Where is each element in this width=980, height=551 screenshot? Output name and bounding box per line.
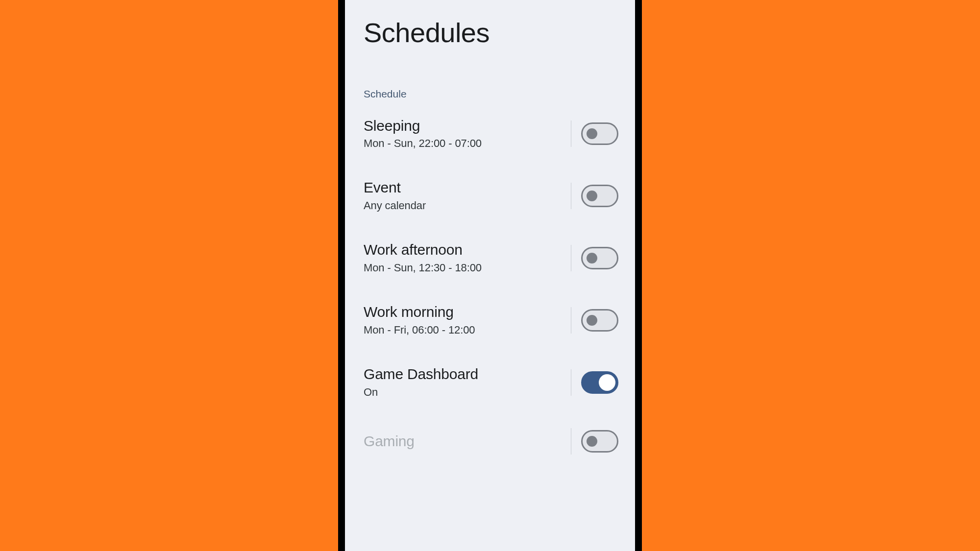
page-title: Schedules <box>345 0 635 53</box>
toggle-thumb <box>587 315 597 326</box>
schedule-row-work-afternoon[interactable]: Work afternoon Mon - Sun, 12:30 - 18:00 <box>364 227 618 289</box>
schedule-subtitle: Mon - Sun, 22:00 - 07:00 <box>364 137 564 150</box>
divider <box>571 428 572 455</box>
schedule-title: Event <box>364 179 564 196</box>
schedule-text: Work morning Mon - Fri, 06:00 - 12:00 <box>364 304 564 336</box>
toggle-thumb <box>599 374 615 391</box>
schedule-text: Work afternoon Mon - Sun, 12:30 - 18:00 <box>364 241 564 274</box>
schedule-row-game-dashboard[interactable]: Game Dashboard On <box>364 351 618 413</box>
section-label: Schedule <box>345 53 635 103</box>
schedule-subtitle: Any calendar <box>364 199 564 212</box>
schedule-row-sleeping[interactable]: Sleeping Mon - Sun, 22:00 - 07:00 <box>364 103 618 165</box>
toggle-thumb <box>587 253 597 264</box>
schedule-text: Sleeping Mon - Sun, 22:00 - 07:00 <box>364 118 564 150</box>
schedule-subtitle: Mon - Fri, 06:00 - 12:00 <box>364 324 564 336</box>
toggle-work-morning[interactable] <box>581 309 618 332</box>
divider <box>571 183 572 209</box>
divider <box>571 369 572 396</box>
schedule-title: Game Dashboard <box>364 366 564 383</box>
schedule-text: Event Any calendar <box>364 179 564 212</box>
schedule-text: Gaming <box>364 433 564 450</box>
divider <box>571 245 572 271</box>
schedule-row-gaming[interactable]: Gaming <box>364 413 618 469</box>
schedule-list: Sleeping Mon - Sun, 22:00 - 07:00 Event … <box>345 103 635 469</box>
schedule-title: Work afternoon <box>364 241 564 259</box>
toggle-thumb <box>587 128 597 139</box>
schedule-row-event[interactable]: Event Any calendar <box>364 165 618 227</box>
toggle-sleeping[interactable] <box>581 122 618 145</box>
schedule-text: Game Dashboard On <box>364 366 564 399</box>
toggle-event[interactable] <box>581 185 618 207</box>
phone-frame: Schedules Schedule Sleeping Mon - Sun, 2… <box>338 0 642 551</box>
toggle-thumb <box>587 436 597 447</box>
schedule-subtitle: On <box>364 386 564 399</box>
divider <box>571 307 572 334</box>
toggle-game-dashboard[interactable] <box>581 371 618 394</box>
toggle-thumb <box>587 191 597 201</box>
schedule-title: Work morning <box>364 304 564 321</box>
schedule-title: Gaming <box>364 433 564 450</box>
toggle-gaming[interactable] <box>581 430 618 453</box>
phone-screen: Schedules Schedule Sleeping Mon - Sun, 2… <box>345 0 635 551</box>
divider <box>571 120 572 147</box>
toggle-work-afternoon[interactable] <box>581 247 618 269</box>
schedule-row-work-morning[interactable]: Work morning Mon - Fri, 06:00 - 12:00 <box>364 289 618 351</box>
schedule-title: Sleeping <box>364 118 564 135</box>
schedule-subtitle: Mon - Sun, 12:30 - 18:00 <box>364 262 564 274</box>
